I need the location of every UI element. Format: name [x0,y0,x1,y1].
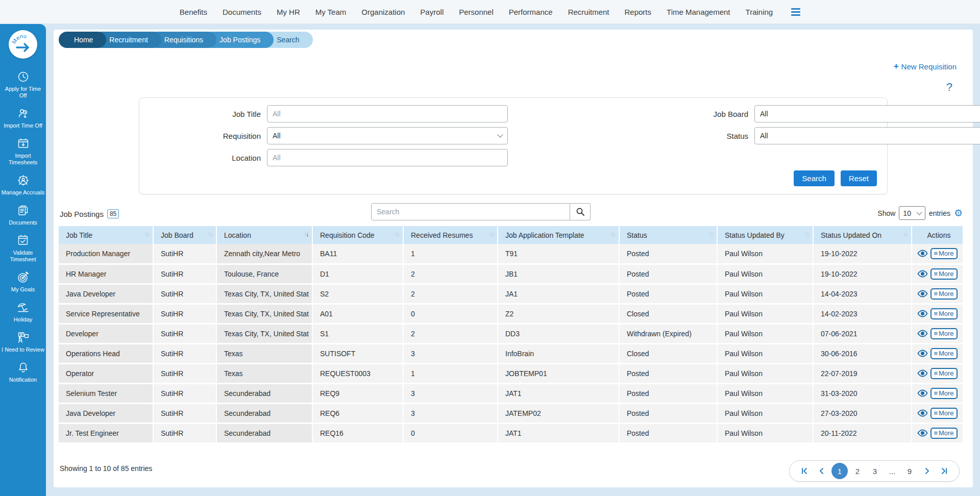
sidebar-item-import-timesheets[interactable]: Import Timesheets [1,137,45,166]
view-button[interactable] [917,429,928,437]
column-header-received-resumes[interactable]: Received Resumes↑↓ [403,226,498,244]
more-button-label: More [939,250,954,257]
sidebar-item-i-need-to-review[interactable]: I Need to Review [1,331,45,353]
nav-item-organization[interactable]: Organization [361,8,405,16]
view-button[interactable] [917,250,928,257]
search-button[interactable]: Search [794,170,835,186]
column-header-status-updated-on[interactable]: Status Updated On↑↓ [813,226,912,244]
column-header-job-application-template[interactable]: Job Application Template↑↓ [498,226,619,244]
cell-job-title: Production Manager [59,244,153,264]
nav-item-personnel[interactable]: Personnel [459,8,494,16]
nav-item-my-team[interactable]: My Team [315,8,347,16]
view-button[interactable] [917,350,928,357]
eye-icon [917,429,928,437]
sort-down-arrow: ↓ [806,231,808,238]
more-button[interactable]: ≡More [930,288,957,300]
filter-label-status: Status [637,132,754,140]
pagination-page-2[interactable]: 2 [850,463,865,479]
cell-status-updated-on: 22-07-2019 [813,363,912,383]
menu-lines-icon: ≡ [934,290,938,297]
cell-status: Posted [619,264,717,284]
menu-toggle-button[interactable]: Menu [9,30,37,59]
pagination-first-page[interactable] [797,463,812,479]
column-header-status-updated-by[interactable]: Status Updated By↑↓ [717,226,813,244]
cell-job-board: SutiHR [153,383,216,403]
gear-icon[interactable]: ⚙ [954,208,963,218]
table-search-button[interactable] [570,203,591,220]
sidebar-item-holiday[interactable]: Holiday [1,301,45,323]
cell-actions: ≡More [912,423,963,443]
cell-received-resumes: 3 [403,343,498,363]
breadcrumb-home[interactable]: Home [59,32,106,48]
more-button[interactable]: ≡More [930,268,957,280]
reset-button[interactable]: Reset [841,170,877,186]
sidebar-item-my-goals[interactable]: My Goals [1,270,45,293]
pagination-page-1[interactable]: 1 [831,463,848,479]
more-button[interactable]: ≡More [930,348,957,359]
table-row: Service RepresentativeSutiHRTexas City, … [59,304,963,324]
more-button[interactable]: ≡More [930,368,957,379]
hamburger-menu-icon[interactable] [791,8,800,16]
column-header-status[interactable]: Status↑↓ [619,226,717,244]
sidebar-item-label: Validate Timesheet [1,250,45,263]
more-button-label: More [939,389,954,397]
view-button[interactable] [917,330,928,337]
pagination-next-page[interactable] [919,463,935,479]
filter-select-status[interactable]: All [754,127,980,144]
cell-received-resumes: 2 [403,324,498,343]
pagination-page-3[interactable]: 3 [867,463,883,479]
sidebar-item-manage-accruals[interactable]: Manage Accruals [1,173,45,196]
sort-down-arrow: ↓ [210,231,212,238]
nav-item-my-hr[interactable]: My HR [277,8,300,16]
sidebar-item-validate-timesheet[interactable]: Validate Timesheet [1,234,45,263]
view-button[interactable] [917,409,928,417]
table-search-input[interactable] [371,203,570,220]
view-button[interactable] [917,290,928,297]
column-header-location[interactable]: Location↑↓ [216,226,312,244]
sidebar-item-import-time-off[interactable]: Import Time Off [1,107,45,129]
pagination-page-9[interactable]: 9 [902,463,917,479]
view-button[interactable] [917,310,928,317]
column-header-requisition-code[interactable]: Requisition Code↑↓ [312,226,403,244]
view-button[interactable] [917,369,928,377]
nav-item-documents[interactable]: Documents [223,8,261,16]
nav-item-benefits[interactable]: Benefits [180,8,207,16]
more-button[interactable]: ≡More [930,408,957,419]
view-button[interactable] [917,270,928,278]
cell-job-board: SutiHR [153,284,216,304]
cell-job-application-template: DD3 [498,324,619,343]
filter-input-location[interactable] [267,149,508,166]
help-icon[interactable]: ? [946,81,952,94]
sidebar-item-notification[interactable]: Notification [1,361,45,383]
column-header-job-title[interactable]: Job Title↑↓ [59,226,153,244]
view-button[interactable] [917,389,928,397]
nav-item-training[interactable]: Training [746,8,773,16]
sidebar-item-documents[interactable]: Documents [1,204,45,226]
page-size-select[interactable]: 10 [899,206,925,220]
nav-item-time-management[interactable]: Time Management [667,8,730,16]
more-button-label: More [939,429,954,437]
filter-input-job-title[interactable] [267,105,508,122]
top-navigation: BenefitsDocumentsMy HRMy TeamOrganizatio… [0,0,980,24]
nav-item-payroll[interactable]: Payroll [420,8,444,16]
more-button[interactable]: ≡More [930,428,957,439]
nav-item-reports[interactable]: Reports [625,8,652,16]
filter-select-job-board[interactable]: All [754,105,980,122]
cell-received-resumes: 1 [403,363,498,383]
cell-requisition-code: BA11 [312,244,403,264]
pagination-previous-page[interactable] [814,463,829,479]
pagination-last-page[interactable] [937,463,952,479]
new-requisition-button[interactable]: + New Requisition [894,61,957,71]
nav-item-performance[interactable]: Performance [509,8,553,16]
nav-item-recruitment[interactable]: Recruitment [568,8,609,16]
more-button[interactable]: ≡More [930,388,957,399]
more-button[interactable]: ≡More [930,248,957,259]
sidebar: Menu Apply for Time OffImport Time OffIm… [0,24,46,496]
column-header-job-board[interactable]: Job Board↑↓ [153,226,216,244]
cell-status-updated-on: 07-06-2021 [813,324,912,343]
more-button[interactable]: ≡More [930,308,957,319]
more-button[interactable]: ≡More [930,328,957,339]
beach-icon [16,301,30,314]
filter-select-requisition[interactable]: All [267,127,508,144]
sidebar-item-apply-for-time-off[interactable]: Apply for Time Off [1,70,45,99]
